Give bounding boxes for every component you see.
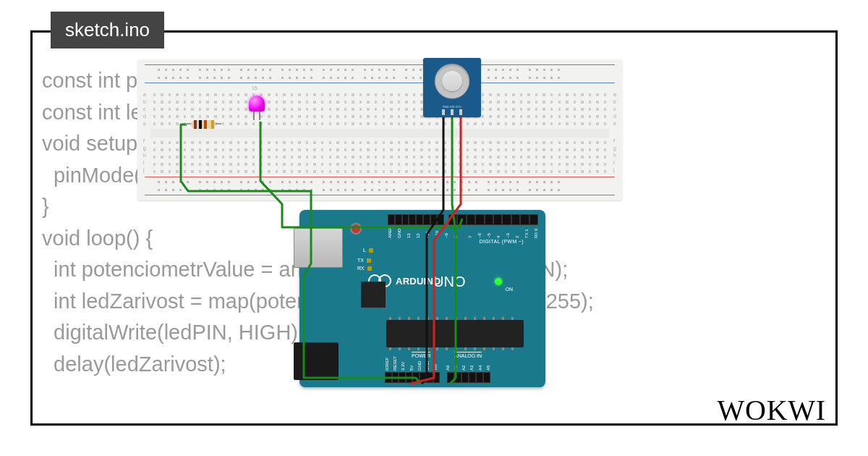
digital-pin-header[interactable] [388,214,444,225]
l-led-label: L [363,248,373,253]
usb-port-icon [294,228,343,268]
power-pin-header[interactable] [385,372,440,383]
atmega-chip-icon [386,320,524,347]
led-component[interactable] [249,96,265,117]
circuit-canvas[interactable]: abcde fghij abcde fghij 15 GND SIG VCC [137,59,622,400]
digital-pin-header[interactable] [448,214,538,225]
arduino-uno-board[interactable]: DIGITAL (PWM ~) L TX RX ARDUINO UNO ON P… [299,210,545,387]
wokwi-logo: WOKWI [717,393,826,427]
potentiometer-module[interactable]: GND SIG VCC [423,58,481,117]
digital-pin-labels: AREFGND1312~11~10~987~6~54~32TX 1RX 0 [388,227,538,238]
board-model-label: UNO [433,274,465,290]
on-label: ON [506,287,514,292]
led-bulb-icon [249,96,265,111]
file-tab[interactable]: sketch.ino [51,12,164,48]
txrx-leds: TX RX [357,256,372,272]
chip-icon [361,282,386,308]
power-jack-icon [294,342,339,380]
analog-pin-header[interactable] [447,372,490,383]
pot-pin-labels: GND SIG VCC [423,105,481,109]
digital-section-label: DIGITAL (PWM ~) [480,239,524,244]
resistor-component[interactable] [185,119,221,130]
reset-button[interactable] [350,223,362,235]
power-on-led-icon [495,278,502,285]
bottom-pin-labels: IOREFRESET3.3V5VGNDGNDVinA0A1A2A3A4A5 [385,356,490,371]
